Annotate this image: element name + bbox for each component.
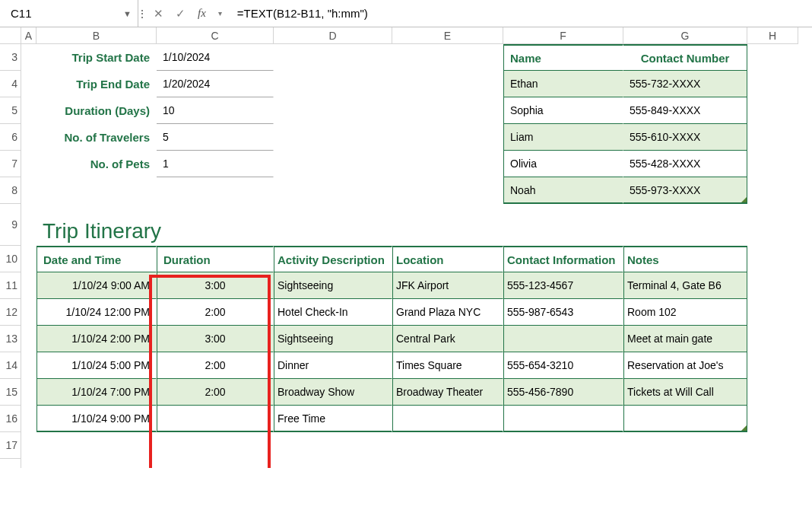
it-activity-4[interactable]: Broadway Show (274, 379, 392, 406)
chevron-down-icon[interactable]: ▾ (214, 8, 227, 19)
row-header-6[interactable]: 6 (0, 124, 21, 151)
it-location-5[interactable] (392, 406, 503, 432)
travelers-value[interactable]: 5 (157, 124, 274, 151)
cell-H16[interactable] (747, 406, 798, 432)
cell-C17[interactable] (157, 432, 274, 459)
it-notes-5[interactable] (623, 406, 747, 432)
cell-D18[interactable] (274, 459, 392, 468)
cell-H15[interactable] (747, 379, 798, 406)
cell-H6[interactable] (747, 124, 798, 151)
contact-name-4[interactable]: Noah (503, 177, 623, 204)
contacts-name-header[interactable]: Name (503, 44, 623, 71)
cell-H10[interactable] (747, 246, 798, 272)
it-contact-4[interactable]: 555-456-7890 (503, 379, 623, 406)
row-header-11[interactable]: 11 (0, 272, 21, 299)
cell-D4[interactable] (274, 71, 392, 97)
it-date-2[interactable]: 1/10/24 2:00 PM (36, 326, 157, 352)
it-contact-0[interactable]: 555-123-4567 (503, 272, 623, 299)
it-date-4[interactable]: 1/10/24 7:00 PM (36, 379, 157, 406)
col-header-E[interactable]: E (392, 27, 503, 44)
it-head-notes[interactable]: Notes (623, 246, 747, 272)
trip-start-label[interactable]: Trip Start Date (36, 44, 157, 71)
col-header-F[interactable]: F (503, 27, 623, 44)
cell-A12[interactable] (21, 299, 36, 326)
contact-name-1[interactable]: Sophia (503, 97, 623, 124)
row-header-12[interactable]: 12 (0, 299, 21, 326)
cell-H5[interactable] (747, 97, 798, 124)
col-header-A[interactable]: A (21, 27, 36, 44)
cell-H11[interactable] (747, 272, 798, 299)
spreadsheet[interactable]: A B C D E F G H 3 Trip Start Date 1/10/2… (0, 27, 812, 468)
cell-A8[interactable] (21, 177, 36, 204)
row-header-8[interactable]: 8 (0, 177, 21, 204)
table-resize-handle-icon[interactable] (741, 425, 747, 431)
cell-D8[interactable] (274, 177, 392, 204)
trip-start-value[interactable]: 1/10/2024 (157, 44, 274, 71)
it-duration-5[interactable] (157, 406, 274, 432)
cell-E7[interactable] (392, 151, 503, 177)
cell-A5[interactable] (21, 97, 36, 124)
it-head-location[interactable]: Location (392, 246, 503, 272)
table-resize-handle-icon[interactable] (741, 197, 747, 202)
travelers-label[interactable]: No. of Travelers (36, 124, 157, 151)
it-head-date[interactable]: Date and Time (36, 246, 157, 272)
it-contact-5[interactable] (503, 406, 623, 432)
cell-A9[interactable] (21, 204, 36, 246)
it-duration-2[interactable]: 3:00 (157, 326, 274, 352)
row-header-3[interactable]: 3 (0, 44, 21, 71)
cell-G18[interactable] (623, 459, 747, 468)
it-notes-2[interactable]: Meet at main gate (623, 326, 747, 352)
it-location-1[interactable]: Grand Plaza NYC (392, 299, 503, 326)
cell-G17[interactable] (623, 432, 747, 459)
fx-icon[interactable]: fx (193, 5, 211, 21)
cell-A11[interactable] (21, 272, 36, 299)
trip-end-value[interactable]: 1/20/2024 (157, 71, 274, 97)
pets-value[interactable]: 1 (157, 151, 274, 177)
cell-E6[interactable] (392, 124, 503, 151)
cell-B17[interactable] (36, 432, 157, 459)
contact-number-1[interactable]: 555-849-XXXX (623, 97, 747, 124)
cell-E4[interactable] (392, 71, 503, 97)
chevron-down-icon[interactable]: ▼ (123, 9, 132, 18)
it-head-activity[interactable]: Activity Description (274, 246, 392, 272)
contact-name-0[interactable]: Ethan (503, 71, 623, 97)
duration-days-value[interactable]: 10 (157, 97, 274, 124)
cell-H18[interactable] (747, 459, 798, 468)
cell-D5[interactable] (274, 97, 392, 124)
trip-end-label[interactable]: Trip End Date (36, 71, 157, 97)
accept-icon[interactable]: ✓ (171, 5, 190, 22)
cell-A7[interactable] (21, 151, 36, 177)
row-header-18[interactable] (0, 459, 21, 468)
contact-number-3[interactable]: 555-428-XXXX (623, 151, 747, 177)
col-header-C[interactable]: C (157, 27, 274, 44)
cell-A15[interactable] (21, 379, 36, 406)
cell-C8[interactable] (157, 177, 274, 204)
cell-H7[interactable] (747, 151, 798, 177)
it-location-3[interactable]: Times Square (392, 352, 503, 379)
cell-A13[interactable] (21, 326, 36, 352)
cell-H17[interactable] (747, 432, 798, 459)
cell-D3[interactable] (274, 44, 392, 71)
col-header-B[interactable]: B (36, 27, 157, 44)
contact-number-4[interactable]: 555-973-XXXX (623, 177, 747, 204)
it-notes-1[interactable]: Room 102 (623, 299, 747, 326)
it-location-0[interactable]: JFK Airport (392, 272, 503, 299)
it-date-0[interactable]: 1/10/24 9:00 AM (36, 272, 157, 299)
cell-H8[interactable] (747, 177, 798, 204)
row-header-5[interactable]: 5 (0, 97, 21, 124)
row-header-13[interactable]: 13 (0, 326, 21, 352)
cell-E17[interactable] (392, 432, 503, 459)
contact-name-3[interactable]: Olivia (503, 151, 623, 177)
cell-A18[interactable] (21, 459, 36, 468)
it-duration-4[interactable]: 2:00 (157, 379, 274, 406)
cell-A16[interactable] (21, 406, 36, 432)
it-date-5[interactable]: 1/10/24 9:00 PM (36, 406, 157, 432)
cell-B18[interactable] (36, 459, 157, 468)
cell-H9[interactable] (747, 204, 798, 246)
formula-input[interactable] (230, 0, 812, 27)
row-header-9[interactable]: 9 (0, 204, 21, 246)
row-header-15[interactable]: 15 (0, 379, 21, 406)
cell-H14[interactable] (747, 352, 798, 379)
it-date-3[interactable]: 1/10/24 5:00 PM (36, 352, 157, 379)
col-header-H[interactable]: H (747, 27, 798, 44)
